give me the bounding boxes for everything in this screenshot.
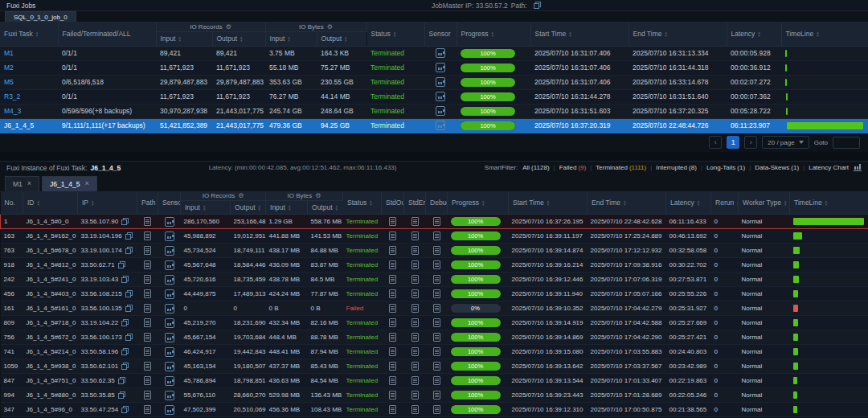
copy-ip-icon[interactable]	[118, 391, 125, 399]
col-status[interactable]: Status	[343, 192, 382, 215]
cell-stdout[interactable]	[382, 258, 404, 273]
cell-sensor[interactable]	[158, 330, 181, 345]
debug-file-icon[interactable]	[433, 232, 440, 240]
debug-file-icon[interactable]	[433, 347, 440, 356]
cell-sensor[interactable]	[424, 89, 457, 104]
cell-stderr[interactable]	[404, 374, 426, 388]
sensor-icon[interactable]	[165, 217, 174, 227]
col-bytes-input[interactable]: Input	[265, 31, 317, 46]
cell-sensor[interactable]	[158, 345, 181, 359]
stdout-file-icon[interactable]	[389, 405, 396, 414]
cell-sensor[interactable]	[158, 374, 181, 388]
cell-stdout[interactable]	[382, 374, 404, 388]
close-tab-icon[interactable]	[84, 180, 88, 187]
latency-chart-icon[interactable]	[854, 164, 862, 171]
fuxi-task-row[interactable]: R3_2 0/1/1 11,671,923 11,671,923 76.27 M…	[0, 89, 868, 104]
stderr-file-icon[interactable]	[411, 318, 419, 327]
cell-fuxi-task[interactable]: J6_1_4_5	[0, 118, 58, 133]
sort-icon[interactable]	[568, 31, 571, 38]
col-status[interactable]: Status	[366, 23, 424, 46]
instance-row[interactable]: 1059 J6_1_4_5#938_0 33.50.62.101 45,163,…	[1, 359, 868, 374]
cell-sensor[interactable]	[158, 301, 181, 316]
smartfilter-item[interactable]: Interrupted(8)	[646, 164, 697, 171]
cell-debug[interactable]	[426, 258, 448, 273]
cell-debug[interactable]	[426, 229, 448, 244]
col-worker-type[interactable]: Worker Type	[739, 192, 790, 215]
copy-ip-icon[interactable]	[121, 406, 129, 413]
cell-stdout[interactable]	[382, 388, 404, 403]
path-file-icon[interactable]	[144, 318, 151, 327]
stdout-file-icon[interactable]	[389, 391, 396, 400]
close-tab-icon[interactable]	[27, 180, 31, 187]
smartfilter-item[interactable]: Failed(9)	[550, 164, 587, 171]
col-rerun[interactable]: Rerun	[711, 192, 739, 215]
debug-file-icon[interactable]	[433, 362, 440, 371]
cell-debug[interactable]	[426, 388, 448, 403]
col-timeline[interactable]: TimeLine	[781, 23, 868, 46]
sort-icon[interactable]	[547, 200, 550, 207]
cell-stderr[interactable]	[404, 316, 426, 330]
cell-sensor[interactable]	[158, 229, 181, 244]
instance-row[interactable]: 809 J6_1_4_5#718_0 33.19.104.22 45,219,2…	[1, 316, 868, 330]
cell-sensor[interactable]	[424, 104, 457, 118]
cell-path[interactable]	[137, 374, 158, 388]
path-file-icon[interactable]	[144, 362, 151, 371]
cell-sensor[interactable]	[424, 75, 457, 89]
fuxi-task-link[interactable]: M2	[4, 64, 14, 72]
cell-path[interactable]	[137, 359, 158, 374]
cell-path[interactable]	[137, 316, 158, 330]
page-size-select[interactable]: 20 / page	[762, 136, 809, 149]
sort-icon[interactable]	[491, 31, 494, 38]
copy-ip-icon[interactable]	[121, 348, 129, 355]
debug-file-icon[interactable]	[433, 318, 440, 327]
instance-row[interactable]: 994 J6_1_4_5#880_0 33.50.35.85 55,676,11…	[1, 388, 868, 403]
debug-file-icon[interactable]	[433, 289, 440, 298]
sensor-icon[interactable]	[436, 48, 445, 58]
cell-sensor[interactable]	[158, 388, 181, 403]
fuxi-task-link[interactable]: M4_3	[4, 107, 21, 115]
debug-file-icon[interactable]	[433, 405, 440, 414]
cell-path[interactable]	[137, 345, 158, 359]
sensor-icon[interactable]	[165, 304, 174, 314]
col-end-time[interactable]: End Time	[628, 23, 727, 46]
sort-icon[interactable]	[258, 205, 261, 211]
sort-icon[interactable]	[37, 200, 40, 207]
cell-debug[interactable]	[426, 244, 448, 258]
cell-path[interactable]	[137, 229, 158, 244]
stderr-file-icon[interactable]	[411, 405, 419, 414]
col-start-time[interactable]: Start Time	[509, 192, 588, 215]
cell-fuxi-task[interactable]: M5	[0, 75, 58, 89]
col-bytes-input[interactable]: Input	[266, 201, 308, 215]
cell-debug[interactable]	[426, 287, 448, 301]
path-file-icon[interactable]	[144, 391, 151, 400]
cell-sensor[interactable]	[158, 273, 181, 287]
tab-m1[interactable]: M1	[5, 176, 39, 191]
cell-stderr[interactable]	[404, 403, 426, 417]
stderr-file-icon[interactable]	[411, 275, 419, 284]
cell-path[interactable]	[137, 287, 158, 301]
current-page-button[interactable]: 1	[727, 136, 739, 149]
cell-stdout[interactable]	[382, 345, 404, 359]
cell-sensor[interactable]	[424, 60, 457, 75]
stdout-file-icon[interactable]	[389, 289, 396, 298]
sensor-icon[interactable]	[165, 405, 174, 415]
cell-stderr[interactable]	[404, 388, 426, 403]
stdout-file-icon[interactable]	[389, 304, 396, 313]
stderr-file-icon[interactable]	[411, 289, 419, 298]
fuxi-task-link[interactable]: J6_1_4_5	[4, 121, 34, 129]
copy-ip-icon[interactable]	[125, 247, 133, 254]
fuxi-task-row[interactable]: M2 0/1/1 11,671,923 11,671,923 55.18 MB …	[0, 60, 868, 75]
sensor-icon[interactable]	[165, 347, 174, 357]
fuxi-task-link[interactable]: M5	[4, 78, 14, 86]
tab-j6-1-4-5[interactable]: J6_1_4_5	[42, 176, 97, 191]
cell-fuxi-task[interactable]: M2	[0, 60, 58, 75]
col-latency[interactable]: Latency	[666, 192, 711, 215]
fuxi-task-row[interactable]: M5 0/6,518/6,518 29,879,487,883 29,879,4…	[0, 75, 868, 89]
path-file-icon[interactable]	[144, 260, 151, 269]
cell-debug[interactable]	[426, 316, 448, 330]
cell-stdout[interactable]	[382, 359, 404, 374]
path-file-icon[interactable]	[144, 333, 151, 342]
col-ip[interactable]: IP	[78, 192, 137, 215]
instance-row[interactable]: 1 J6_1_4_5#0_0 33.56.107.90 286,170,560 …	[1, 215, 868, 229]
path-file-icon[interactable]	[144, 275, 151, 284]
